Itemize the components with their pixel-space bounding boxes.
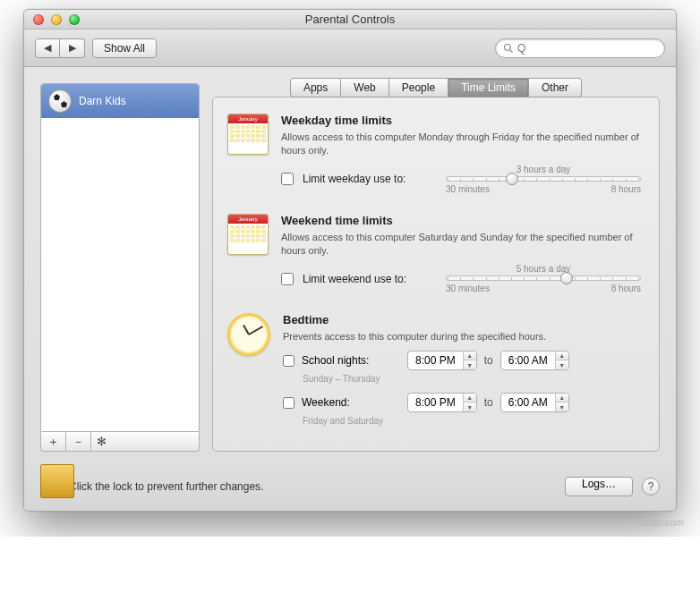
preferences-window: Parental Controls ◀ ▶ Show All Darn Kids… <box>23 9 677 512</box>
weekend-nights-checkbox[interactable] <box>283 397 295 409</box>
weekend-slider[interactable] <box>446 275 641 281</box>
clock-icon <box>227 313 270 356</box>
user-avatar-icon <box>48 89 72 113</box>
weekend-nights-label: Weekend: <box>302 396 400 409</box>
weekend-slider-caption: 5 hours a day <box>446 264 641 274</box>
logs-button[interactable]: Logs… <box>565 477 633 496</box>
to-label: to <box>484 354 493 367</box>
bedtime-section: Bedtime Prevents access to this computer… <box>227 313 641 435</box>
school-from-time[interactable]: 8:00 PM ▲▼ <box>407 351 477 370</box>
search-field[interactable] <box>495 38 665 58</box>
lock-icon[interactable] <box>40 475 60 498</box>
bedtime-desc: Prevents access to this computer during … <box>283 330 641 343</box>
slider-knob-icon[interactable] <box>560 272 573 284</box>
step-down-icon[interactable]: ▼ <box>464 360 476 369</box>
user-list[interactable]: Darn Kids <box>40 83 200 432</box>
tab-other[interactable]: Other <box>529 78 582 97</box>
school-to-time[interactable]: 6:00 AM ▲▼ <box>500 351 569 370</box>
user-actions-button[interactable]: ✻ <box>91 432 199 451</box>
step-down-icon[interactable]: ▼ <box>464 402 476 411</box>
time-value: 6:00 AM <box>501 354 555 367</box>
to-label: to <box>484 396 493 409</box>
weekday-slider-min: 30 minutes <box>446 184 490 194</box>
forward-button[interactable]: ▶ <box>60 38 85 58</box>
weekday-slider-max: 8 hours <box>611 184 641 194</box>
window-controls <box>33 14 80 25</box>
weekend-limit-label: Limit weekend use to: <box>303 273 437 285</box>
tab-people[interactable]: People <box>389 78 448 97</box>
weekend-section: January Weekend time limits Allows acces… <box>227 214 641 294</box>
weekday-slider-caption: 3 hours a day <box>446 165 641 174</box>
school-nights-label: School nights: <box>302 354 400 367</box>
step-down-icon[interactable]: ▼ <box>556 402 568 411</box>
weekday-slider[interactable] <box>446 176 641 182</box>
lock-hint: Click the lock to prevent further change… <box>69 480 556 493</box>
weekend-limit-checkbox[interactable] <box>281 273 294 285</box>
calendar-icon: January <box>227 114 269 155</box>
close-icon[interactable] <box>33 14 44 25</box>
weekend-nights-sub: Friday and Saturday <box>303 416 641 426</box>
weekday-limit-label: Limit weekday use to: <box>303 173 437 185</box>
tab-time-limits[interactable]: Time Limits <box>448 78 529 97</box>
gear-icon: ✻ <box>97 435 107 448</box>
svg-point-0 <box>505 44 511 50</box>
step-up-icon[interactable]: ▲ <box>556 394 568 402</box>
weekday-title: Weekday time limits <box>281 114 641 127</box>
toolbar: ◀ ▶ Show All <box>24 30 676 67</box>
calendar-icon: January <box>227 214 269 255</box>
zoom-icon[interactable] <box>69 14 80 25</box>
nav-buttons: ◀ ▶ <box>35 38 85 58</box>
weekday-limit-checkbox[interactable] <box>281 173 294 185</box>
titlebar: Parental Controls <box>24 10 676 30</box>
step-down-icon[interactable]: ▼ <box>556 360 568 369</box>
user-name-label: Darn Kids <box>79 95 126 107</box>
weekday-desc: Allows access to this computer Monday th… <box>281 131 641 157</box>
svg-line-1 <box>510 49 513 52</box>
weekend-desc: Allows access to this computer Saturday … <box>281 231 641 258</box>
slider-knob-icon[interactable] <box>506 173 518 185</box>
help-button[interactable]: ? <box>642 478 660 496</box>
remove-user-button[interactable]: － <box>66 432 91 451</box>
minimize-icon[interactable] <box>51 14 62 25</box>
time-value: 8:00 PM <box>408 354 463 367</box>
time-limits-pane: January Weekday time limits Allows acces… <box>212 97 660 452</box>
user-sidebar: Darn Kids ＋ － ✻ <box>40 83 200 452</box>
time-value: 8:00 PM <box>408 396 463 409</box>
step-up-icon[interactable]: ▲ <box>556 352 568 360</box>
search-icon <box>503 43 514 54</box>
weekend-slider-max: 8 hours <box>611 284 641 293</box>
sidebar-controls: ＋ － ✻ <box>40 432 200 452</box>
calendar-month-label: January <box>228 114 268 123</box>
time-value: 6:00 AM <box>501 396 555 409</box>
step-up-icon[interactable]: ▲ <box>464 394 476 402</box>
watermark: wsxdn.com <box>9 517 691 528</box>
school-nights-checkbox[interactable] <box>283 355 295 367</box>
school-nights-sub: Sunday – Thursday <box>303 374 641 384</box>
add-user-button[interactable]: ＋ <box>41 432 66 451</box>
back-button[interactable]: ◀ <box>35 38 60 58</box>
tab-web[interactable]: Web <box>341 78 388 97</box>
user-row[interactable]: Darn Kids <box>41 84 199 118</box>
search-input[interactable] <box>517 42 657 55</box>
weekday-section: January Weekday time limits Allows acces… <box>227 114 641 194</box>
weekend-slider-min: 30 minutes <box>446 284 490 293</box>
window-title: Parental Controls <box>24 13 676 26</box>
weekend-title: Weekend time limits <box>281 214 641 227</box>
bedtime-title: Bedtime <box>283 313 641 326</box>
tab-bar: Apps Web People Time Limits Other <box>212 78 660 97</box>
footer: Click the lock to prevent further change… <box>24 468 676 511</box>
calendar-month-label: January <box>228 215 268 224</box>
step-up-icon[interactable]: ▲ <box>464 352 476 360</box>
show-all-button[interactable]: Show All <box>92 38 157 58</box>
weekend-from-time[interactable]: 8:00 PM ▲▼ <box>407 393 477 412</box>
weekend-to-time[interactable]: 6:00 AM ▲▼ <box>500 393 569 412</box>
tab-apps[interactable]: Apps <box>290 78 341 97</box>
